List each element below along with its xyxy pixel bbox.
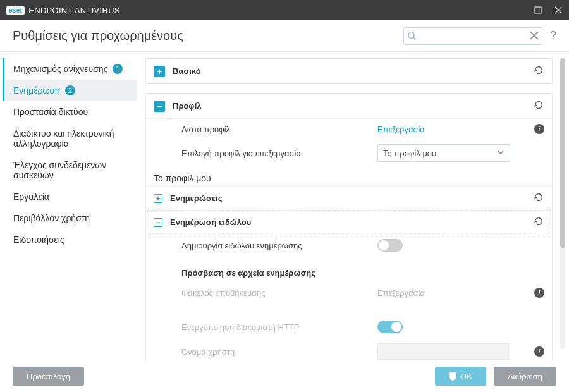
- cancel-button[interactable]: Ακύρωση: [494, 367, 556, 386]
- sidebar-item-device-control[interactable]: Έλεγχος συνδεδεμένων συσκευών: [3, 154, 137, 186]
- revert-icon[interactable]: [533, 216, 544, 229]
- search-box[interactable]: [403, 27, 542, 45]
- maximize-button[interactable]: [534, 6, 542, 15]
- collapse-icon: −: [154, 218, 162, 227]
- panel-title: Προφίλ: [173, 101, 202, 111]
- footer: Προεπιλογή OK Ακύρωση: [0, 360, 569, 392]
- subsection-mirror[interactable]: − Ενημέρωση ειδώλου: [146, 210, 552, 234]
- sidebar-item-label: Διαδίκτυο και ηλεκτρονική αλληλογραφία: [13, 128, 128, 149]
- sidebar-item-ui[interactable]: Περιβάλλον χρήστη: [3, 207, 137, 229]
- sidebar-badge: 2: [65, 85, 75, 95]
- sidebar-item-label: Περιβάλλον χρήστη: [13, 213, 90, 223]
- panel-profile-header[interactable]: − Προφίλ: [146, 94, 552, 119]
- sidebar-item-detection[interactable]: Μηχανισμός ανίχνευσης 1: [3, 58, 137, 80]
- help-button[interactable]: ?: [550, 29, 556, 42]
- panel-basic-header[interactable]: + Βασικό: [146, 59, 552, 83]
- product-name: ENDPOINT ANTIVIRUS: [28, 6, 120, 15]
- sidebar-item-update[interactable]: Ενημέρωση 2: [3, 80, 137, 101]
- edit-profile-list-link[interactable]: Επεξεργασία: [377, 125, 425, 134]
- access-files-title: Πρόσβαση σε αρχεία ενημέρωσης: [146, 257, 552, 283]
- scrollbar-thumb[interactable]: [560, 58, 565, 248]
- sidebar-item-label: Ενημέρωση: [13, 85, 60, 95]
- select-value: Το προφίλ μου: [383, 149, 436, 158]
- sidebar-item-web-email[interactable]: Διαδίκτυο και ηλεκτρονική αλληλογραφία: [3, 123, 137, 154]
- info-icon[interactable]: i: [534, 124, 544, 134]
- row-label: Ενεργοποίηση διακομιστή HTTP: [181, 322, 371, 332]
- row-label: Δημιουργία ειδώλου ενημέρωσης: [181, 241, 371, 250]
- current-profile-label: Το προφίλ μου: [146, 167, 552, 186]
- ok-button[interactable]: OK: [435, 367, 486, 386]
- sidebar-item-network[interactable]: Προστασία δικτύου: [3, 101, 137, 123]
- sidebar-item-label: Έλεγχος συνδεδεμένων συσκευών: [13, 160, 128, 180]
- default-button[interactable]: Προεπιλογή: [13, 367, 84, 386]
- row-profile-list: Λίστα προφίλ Επεξεργασία i: [146, 119, 552, 139]
- brand: eset ENDPOINT ANTIVIRUS: [6, 6, 120, 15]
- sidebar-badge: 1: [113, 64, 123, 74]
- expand-icon: +: [154, 194, 162, 203]
- panel-profile: − Προφίλ Λίστα προφίλ Επεξεργασία i Επιλ…: [145, 93, 553, 360]
- search-input[interactable]: [403, 27, 542, 45]
- close-button[interactable]: [554, 6, 563, 15]
- clear-search-icon[interactable]: [530, 31, 539, 42]
- edit-folder-link: Επεξεργασία: [377, 288, 425, 298]
- profile-select[interactable]: Το προφίλ μου: [377, 144, 510, 162]
- row-profile-select: Επιλογή προφίλ για επεξεργασία Το προφίλ…: [146, 139, 552, 167]
- row-storage-folder: Φάκελος αποθήκευσης Επεξεργασία i: [146, 283, 552, 303]
- http-server-toggle[interactable]: [377, 321, 403, 333]
- panel-title: Βασικό: [173, 66, 201, 76]
- subsection-title: Ενημέρωση ειδώλου: [170, 217, 251, 227]
- expand-icon: +: [154, 66, 165, 77]
- create-mirror-toggle[interactable]: [377, 239, 403, 252]
- svg-point-1: [408, 32, 414, 37]
- scrollbar[interactable]: [560, 58, 565, 349]
- row-username: Όνομα χρήστη i: [146, 338, 552, 360]
- row-label: Επιλογή προφίλ για επεξεργασία: [181, 149, 371, 158]
- sidebar-item-tools[interactable]: Εργαλεία: [3, 186, 137, 207]
- collapse-icon: −: [154, 101, 165, 112]
- brand-badge: eset: [6, 6, 25, 15]
- row-http-server: Ενεργοποίηση διακομιστή HTTP: [146, 315, 552, 338]
- window-controls: [534, 6, 563, 15]
- info-icon[interactable]: i: [534, 288, 544, 298]
- search-icon: [407, 31, 417, 42]
- sidebar-item-label: Προστασία δικτύου: [13, 107, 88, 117]
- svg-rect-0: [535, 7, 541, 13]
- username-input[interactable]: [377, 343, 510, 360]
- subsection-title: Ενημερώσεις: [170, 193, 222, 203]
- sidebar-item-notifications[interactable]: Ειδοποιήσεις: [3, 229, 137, 250]
- titlebar: eset ENDPOINT ANTIVIRUS: [0, 0, 569, 20]
- subsection-updates[interactable]: + Ενημερώσεις: [146, 186, 552, 210]
- row-create-mirror: Δημιουργία ειδώλου ενημέρωσης: [146, 234, 552, 257]
- panel-basic: + Βασικό: [145, 58, 553, 84]
- shield-icon: [449, 372, 456, 381]
- main-content: + Βασικό − Προφίλ Λίστα προφίλ: [139, 52, 569, 360]
- sidebar-item-label: Μηχανισμός ανίχνευσης: [13, 64, 107, 74]
- sidebar-item-label: Εργαλεία: [13, 192, 49, 202]
- revert-icon[interactable]: [533, 99, 544, 113]
- subheader: Ρυθμίσεις για προχωρημένους ?: [0, 20, 569, 52]
- sidebar: Μηχανισμός ανίχνευσης 1 Ενημέρωση 2 Προσ…: [0, 52, 139, 360]
- page-title: Ρυθμίσεις για προχωρημένους: [13, 28, 183, 43]
- row-label: Φάκελος αποθήκευσης: [181, 288, 371, 298]
- row-label: Όνομα χρήστη: [181, 347, 371, 357]
- revert-icon[interactable]: [533, 192, 544, 205]
- chevron-down-icon: [497, 149, 505, 158]
- sidebar-item-label: Ειδοποιήσεις: [13, 235, 64, 245]
- info-icon[interactable]: i: [534, 346, 544, 357]
- row-label: Λίστα προφίλ: [181, 125, 371, 134]
- revert-icon[interactable]: [533, 64, 544, 78]
